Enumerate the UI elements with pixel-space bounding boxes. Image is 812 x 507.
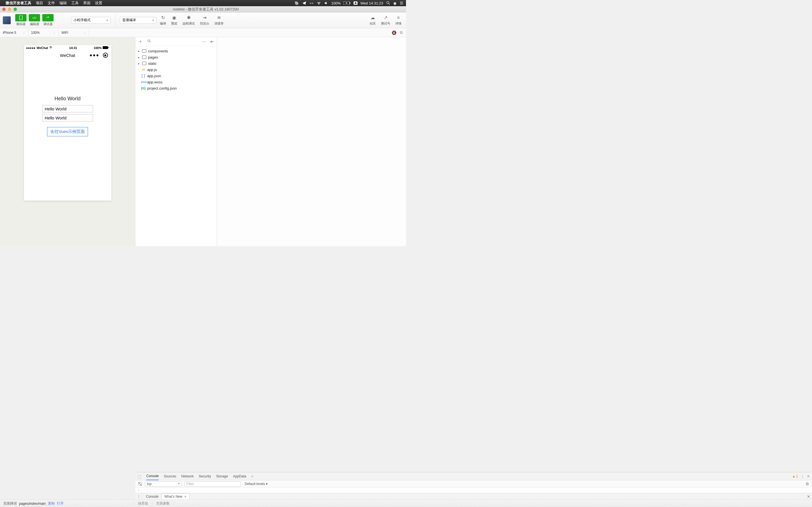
- folder-pages[interactable]: ▸pages: [135, 54, 217, 60]
- phone-battery-icon: [103, 46, 109, 50]
- svg-point-2: [387, 2, 389, 4]
- detach-icon[interactable]: ⧉: [400, 30, 403, 35]
- folder-icon: [142, 62, 146, 65]
- folder-icon: [142, 55, 146, 59]
- tree-toolbar: ＋ ⋯ ⇤: [135, 37, 217, 46]
- carrier-label: WeChat: [37, 46, 48, 50]
- battery-icon: [343, 1, 351, 5]
- mute-icon[interactable]: 🔇: [392, 31, 396, 35]
- maximize-window-button[interactable]: [13, 8, 17, 11]
- menu-file[interactable]: 文件: [48, 1, 55, 6]
- phone-body: Hello World Hello World Hello World 去往Vu…: [24, 60, 111, 201]
- preview-button[interactable]: ◉预览: [169, 15, 179, 25]
- window-title: notelist - 微信开发者工具 v1.02.1807200: [17, 7, 395, 12]
- hello-box-2: Hello World: [42, 114, 93, 121]
- avatar[interactable]: [3, 16, 11, 24]
- more-icon[interactable]: ⋯: [202, 39, 206, 44]
- minimize-window-button[interactable]: [8, 8, 11, 11]
- phone-close-icon[interactable]: [103, 53, 108, 58]
- config-icon: {o}: [141, 86, 146, 90]
- spotlight-icon[interactable]: [386, 1, 391, 5]
- svg-line-3: [389, 4, 390, 4]
- background-button[interactable]: ⇥切后台: [198, 15, 211, 25]
- file-project-config[interactable]: {o}project.config.json: [135, 85, 217, 91]
- editor-label: 编辑器: [30, 22, 39, 26]
- svg-line-12: [150, 41, 151, 42]
- file-app-json[interactable]: { }app.json: [135, 73, 217, 79]
- wxss-icon: WXSS: [141, 81, 146, 83]
- simulator-toggle[interactable]: [15, 14, 27, 21]
- simulator-options: iPhone 5⌄ 100%⌄ WiFi⌄ 🔇 ⧉: [0, 28, 406, 37]
- community-button[interactable]: ☁社区: [368, 15, 377, 25]
- clear-cache-button[interactable]: ≋清缓存: [213, 15, 225, 25]
- svg-point-8: [20, 19, 21, 19]
- js-icon: JS: [141, 68, 146, 71]
- folder-components[interactable]: ▸components: [135, 48, 217, 54]
- remote-debug-button[interactable]: ✱远程调试: [181, 15, 197, 25]
- svg-rect-10: [108, 47, 109, 48]
- main-toolbar: 模拟器 </> 编辑器 调试器 小程序模式▾ 普通编译▾ ↻编译 ◉预览 ✱远程…: [0, 12, 406, 28]
- folder-icon: [142, 49, 146, 53]
- menu-settings[interactable]: 设置: [95, 1, 102, 6]
- device-select[interactable]: iPhone 5⌄: [0, 28, 28, 37]
- file-tree: ▸components ▸pages ▸static JSapp.js { }a…: [135, 46, 217, 93]
- zoom-select[interactable]: 100%⌄: [28, 28, 59, 37]
- debugger-toggle[interactable]: [42, 14, 54, 21]
- signal-icon: ●●●●●: [26, 46, 36, 50]
- menu-interface[interactable]: 界面: [83, 1, 91, 6]
- folder-static[interactable]: ▸static: [135, 60, 217, 66]
- hello-text: Hello World: [54, 96, 81, 102]
- wifi-small-icon: [49, 46, 52, 50]
- hello-box-1: Hello World: [42, 105, 93, 112]
- phone-frame: ●●●●●WeChat 14:31 100% WeChat ●●● Hello …: [24, 45, 111, 201]
- app-window: notelist - 微信开发者工具 v1.02.1807200 模拟器 </>…: [0, 6, 406, 246]
- network-select[interactable]: WiFi⌄: [59, 28, 89, 37]
- svg-point-11: [148, 40, 150, 42]
- test-account-button[interactable]: ↗测试号: [379, 15, 392, 25]
- glasses-icon[interactable]: 👓: [309, 1, 314, 5]
- clock[interactable]: Wed 14:31:23: [360, 1, 383, 5]
- compile-button[interactable]: ↻编译: [158, 15, 168, 25]
- wifi-icon[interactable]: [317, 1, 321, 5]
- phone-menu-icon[interactable]: ●●●: [90, 53, 100, 58]
- mode-select[interactable]: 小程序模式▾: [71, 17, 110, 24]
- debugger-label: 调试器: [43, 22, 53, 26]
- svg-rect-1: [350, 2, 350, 4]
- vuex-link-button[interactable]: 去往Vuex示例页面: [47, 127, 88, 136]
- phone-navbar: WeChat ●●●: [24, 51, 111, 60]
- simulator-label: 模拟器: [16, 22, 26, 26]
- window-controls: [2, 8, 17, 11]
- notification-center-icon[interactable]: [399, 1, 404, 5]
- menu-edit[interactable]: 编辑: [59, 1, 67, 6]
- collapse-icon[interactable]: ⇤: [210, 39, 214, 44]
- volume-icon[interactable]: [324, 1, 328, 5]
- search-icon[interactable]: [147, 39, 151, 44]
- phone-nav-title: WeChat: [60, 53, 75, 58]
- new-file-icon[interactable]: ＋: [138, 39, 143, 45]
- compile-mode-select[interactable]: 普通编译▾: [120, 17, 156, 24]
- file-app-wxss[interactable]: WXSSapp.wxss: [135, 79, 217, 85]
- macos-menubar: 微信开发者工具 项目 文件 编辑 工具 界面 设置 🐘 👓 100% A Wed…: [0, 0, 406, 6]
- menu-tools[interactable]: 工具: [71, 1, 79, 6]
- json-icon: { }: [141, 73, 146, 78]
- menu-project[interactable]: 项目: [36, 1, 43, 6]
- details-button[interactable]: ≡详情: [394, 15, 403, 25]
- titlebar: notelist - 微信开发者工具 v1.02.1807200: [0, 6, 406, 12]
- telegram-icon[interactable]: [302, 1, 306, 5]
- svg-rect-9: [103, 46, 108, 49]
- phone-battery-pct: 100%: [94, 46, 101, 50]
- simulator-pane: ●●●●●WeChat 14:31 100% WeChat ●●● Hello …: [0, 37, 135, 246]
- close-window-button[interactable]: [2, 8, 6, 11]
- menu-app[interactable]: 微信开发者工具: [6, 1, 31, 6]
- phone-time: 14:31: [69, 46, 77, 50]
- file-tree-pane: ＋ ⋯ ⇤ ▸components ▸pages ▸static JSapp.j…: [135, 37, 217, 246]
- main-area: ●●●●●WeChat 14:31 100% WeChat ●●● Hello …: [0, 37, 406, 246]
- evernote-icon[interactable]: 🐘: [295, 1, 299, 5]
- file-app-js[interactable]: JSapp.js: [135, 66, 217, 73]
- phone-statusbar: ●●●●●WeChat 14:31 100%: [24, 45, 111, 51]
- editor-toggle[interactable]: </>: [29, 14, 40, 21]
- code-pane: [217, 37, 406, 246]
- input-source-badge[interactable]: A: [354, 1, 357, 5]
- siri-icon[interactable]: ◉: [393, 1, 396, 5]
- battery-percent: 100%: [331, 1, 341, 5]
